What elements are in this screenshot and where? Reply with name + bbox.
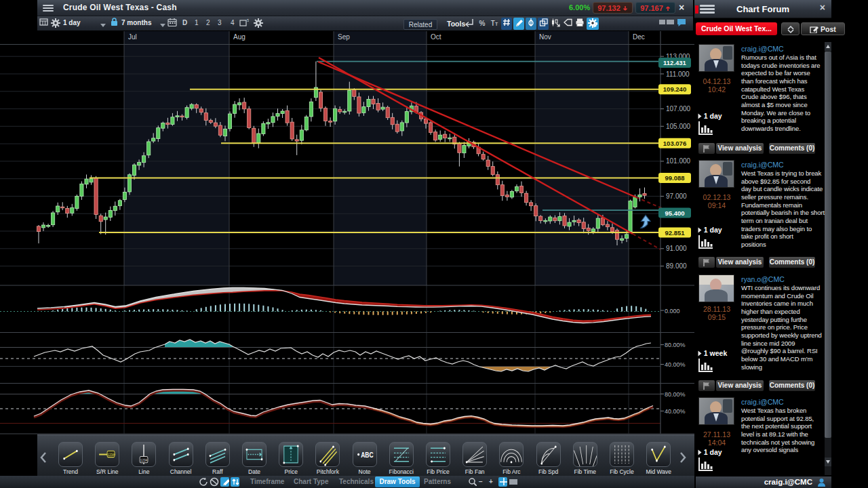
svg-text:91.000: 91.000 xyxy=(666,245,687,252)
svg-text:Sep: Sep xyxy=(338,33,350,41)
svg-text:40.00%: 40.00% xyxy=(665,361,686,368)
svg-text:80.00%: 80.00% xyxy=(665,342,686,348)
svg-text:1234: 1234 xyxy=(108,452,115,457)
svg-text:101.000: 101.000 xyxy=(666,157,691,165)
svg-text:89.000: 89.000 xyxy=(666,262,687,270)
svg-text:Dec: Dec xyxy=(633,33,645,41)
svg-text:1234: 1234 xyxy=(140,458,147,462)
svg-text:ABC: ABC xyxy=(361,451,374,459)
svg-text:Jul: Jul xyxy=(128,33,137,41)
svg-text:Aug: Aug xyxy=(233,33,245,41)
svg-text:103.076: 103.076 xyxy=(663,140,686,147)
svg-text:92.851: 92.851 xyxy=(665,229,685,237)
svg-text:80.00%: 80.00% xyxy=(665,391,686,398)
svg-text:111.000: 111.000 xyxy=(666,70,690,78)
svg-text:105.000: 105.000 xyxy=(666,123,691,130)
svg-text:0.000: 0.000 xyxy=(665,308,680,314)
svg-text:109.240: 109.240 xyxy=(663,85,686,93)
svg-text:5: 5 xyxy=(247,18,249,22)
svg-text:107.000: 107.000 xyxy=(666,105,691,113)
svg-text:Nov: Nov xyxy=(539,33,551,41)
svg-text:99.088: 99.088 xyxy=(665,174,684,182)
svg-text:95.400: 95.400 xyxy=(665,209,684,217)
svg-text:97.000: 97.000 xyxy=(666,192,687,200)
svg-text:Oct: Oct xyxy=(431,33,441,41)
svg-text:40.00%: 40.00% xyxy=(665,408,686,415)
svg-text:112.431: 112.431 xyxy=(663,59,687,66)
